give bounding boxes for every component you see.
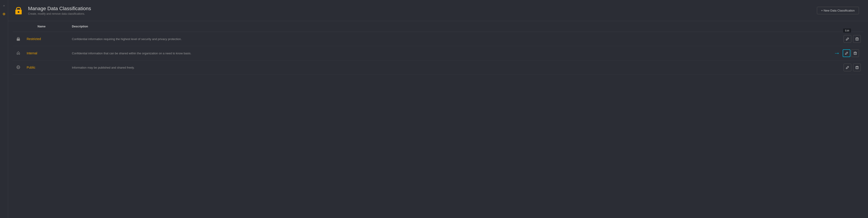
new-classification-button[interactable]: + New Data Classification — [817, 7, 859, 14]
svg-rect-2 — [17, 38, 20, 41]
row-icon-public — [13, 60, 24, 75]
row-actions-internal: → — [831, 46, 864, 60]
edit-button-public[interactable] — [844, 64, 851, 71]
header-left: Manage Data Classifications Create, modi… — [13, 4, 91, 16]
row-name-internal: Internal — [24, 46, 69, 60]
delete-button-restricted[interactable] — [853, 35, 861, 43]
row-name-restricted: Restricted — [24, 32, 69, 46]
table-row: Internal Confidential information that c… — [13, 46, 864, 60]
delete-button-internal[interactable] — [851, 49, 859, 57]
table-header: Name Description — [13, 21, 864, 32]
table-body: Restricted Confidential information requ… — [13, 32, 864, 75]
chevron-icon[interactable]: » — [3, 4, 5, 7]
page-subtitle: Create, modify and remove data classific… — [28, 12, 91, 16]
row-actions-public — [831, 60, 864, 75]
row-icon-internal — [13, 46, 24, 60]
edit-button-restricted[interactable]: Edit — [844, 35, 851, 43]
col-description: Description — [69, 21, 831, 32]
table-container: Name Description Rest — [8, 21, 868, 218]
row-name-public: Public — [24, 60, 69, 75]
delete-button-public[interactable] — [853, 64, 861, 71]
page-header: Manage Data Classifications Create, modi… — [8, 0, 868, 21]
table-row: Public Information may be published and … — [13, 60, 864, 75]
classifications-table: Name Description Rest — [13, 21, 864, 75]
row-desc-public: Information may be published and shared … — [69, 60, 831, 75]
row-actions-restricted: Edit — [831, 32, 864, 46]
main-content: Manage Data Classifications Create, modi… — [8, 0, 868, 218]
col-name: Name — [24, 21, 69, 32]
header-text: Manage Data Classifications Create, modi… — [28, 6, 91, 16]
row-desc-restricted: Confidential information requiring the h… — [69, 32, 831, 46]
svg-rect-1 — [18, 11, 20, 13]
arrow-indicator: → — [834, 50, 840, 57]
row-desc-internal: Confidential information that can be sha… — [69, 46, 831, 60]
plus-icon[interactable]: ⊕ — [2, 12, 5, 16]
page-title: Manage Data Classifications — [28, 6, 91, 11]
svg-rect-7 — [854, 52, 857, 55]
edit-button-internal[interactable] — [843, 49, 850, 57]
svg-rect-14 — [856, 66, 858, 69]
col-icon — [13, 21, 24, 32]
sidebar-toggle: » ⊕ — [0, 0, 8, 218]
lock-icon — [13, 4, 24, 16]
row-icon-restricted — [13, 32, 24, 46]
col-actions — [831, 21, 864, 32]
svg-rect-3 — [856, 38, 858, 40]
table-header-row: Name Description — [13, 21, 864, 32]
table-row: Restricted Confidential information requ… — [13, 32, 864, 46]
